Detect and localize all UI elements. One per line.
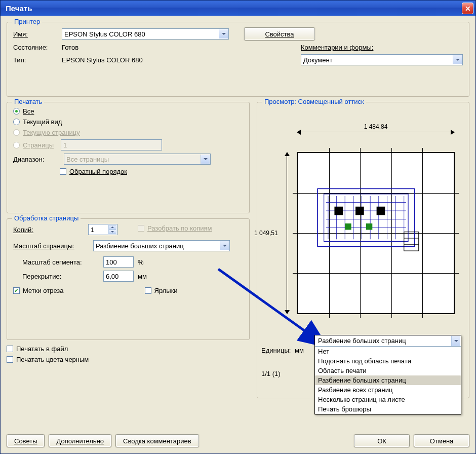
scale-label: Масштаб страницы: bbox=[13, 242, 89, 250]
units-row: Единицы: мм bbox=[261, 347, 304, 354]
popup-item-none[interactable]: Нет bbox=[315, 347, 461, 356]
popup-item-tile-all[interactable]: Разбиение всех страниц bbox=[315, 385, 461, 395]
collate-checkbox: Разобрать по копиям bbox=[138, 224, 212, 232]
chevron-down-icon bbox=[220, 241, 229, 250]
close-icon: ✕ bbox=[465, 5, 471, 13]
printer-name-value: EPSON Stylus COLOR 680 bbox=[64, 30, 145, 38]
svg-rect-19 bbox=[345, 223, 351, 230]
titlebar: Печать ✕ bbox=[1, 1, 475, 16]
window-title: Печать bbox=[6, 4, 32, 13]
preview-legend: Просмотр: Совмещенный оттиск bbox=[262, 98, 366, 105]
reverse-checkbox[interactable]: Обратный порядок bbox=[60, 168, 127, 175]
tile-scale-unit: % bbox=[138, 258, 144, 266]
status-value: Готов bbox=[62, 44, 78, 51]
tile-scale-input[interactable]: 100 bbox=[103, 256, 134, 268]
overlap-input[interactable]: 6,00 bbox=[103, 271, 134, 282]
client-area: Принтер Имя: EPSON Stylus COLOR 680 Свой… bbox=[1, 16, 475, 453]
type-value: EPSON Stylus COLOR 680 bbox=[62, 56, 143, 64]
pages-input: 1 bbox=[61, 139, 162, 150]
chevron-down-icon bbox=[451, 336, 460, 346]
printer-group: Принтер Имя: EPSON Stylus COLOR 680 Свой… bbox=[7, 22, 469, 97]
radio-all[interactable]: Все bbox=[13, 107, 243, 115]
svg-rect-0 bbox=[318, 188, 414, 246]
checkbox-icon bbox=[145, 287, 151, 294]
status-label: Состояние: bbox=[13, 44, 58, 51]
print-to-file-checkbox[interactable]: Печатать в файл bbox=[7, 345, 250, 353]
dimension-height: 1 049,51 bbox=[287, 152, 287, 314]
units-value: мм bbox=[295, 347, 304, 354]
checkbox-icon bbox=[138, 225, 144, 232]
tips-button[interactable]: Советы bbox=[7, 434, 45, 447]
radio-current-view[interactable]: Текущий вид bbox=[13, 118, 243, 126]
printer-name-label: Имя: bbox=[13, 30, 58, 38]
dimension-height-value: 1 049,51 bbox=[254, 230, 278, 237]
copies-label: Копий: bbox=[13, 226, 84, 234]
comments-summary-button[interactable]: Сводка комментариев bbox=[115, 434, 199, 447]
dimension-width: 1 484,84 bbox=[297, 132, 455, 142]
radio-icon bbox=[13, 142, 20, 148]
cut-marks-checkbox[interactable]: Метки отреза bbox=[13, 287, 64, 294]
dimension-width-value: 1 484,84 bbox=[362, 123, 390, 130]
svg-rect-18 bbox=[377, 207, 385, 215]
radio-icon bbox=[13, 129, 20, 136]
checkbox-icon bbox=[60, 168, 66, 175]
checkbox-icon bbox=[7, 346, 13, 352]
range-group: Печатать Все Текущий вид Текущую страниц… bbox=[7, 102, 250, 213]
checkbox-icon bbox=[13, 287, 20, 294]
bottom-bar: Советы Дополнительно Сводка комментариев… bbox=[7, 434, 469, 447]
properties-button[interactable]: Свойства bbox=[244, 27, 315, 41]
labels-checkbox[interactable]: Ярлыки bbox=[145, 287, 178, 294]
copies-input[interactable]: 1 bbox=[88, 224, 117, 235]
overlap-unit: мм bbox=[138, 273, 147, 280]
svg-rect-17 bbox=[355, 207, 364, 215]
advanced-button[interactable]: Дополнительно bbox=[49, 434, 111, 447]
comments-value: Документ bbox=[303, 56, 333, 64]
overlap-label: Перекрытие: bbox=[22, 273, 99, 280]
plan-drawing bbox=[315, 183, 421, 268]
chevron-down-icon bbox=[219, 29, 228, 39]
popup-item-tile-large[interactable]: Разбиение больших страниц bbox=[315, 375, 461, 385]
subrange-select: Все страницы bbox=[64, 154, 211, 165]
svg-rect-20 bbox=[366, 223, 372, 230]
spinner-buttons[interactable] bbox=[108, 225, 116, 234]
radio-icon bbox=[13, 108, 20, 115]
printer-name-select[interactable]: EPSON Stylus COLOR 680 bbox=[62, 28, 229, 40]
ok-button[interactable]: ОК bbox=[354, 434, 410, 447]
handling-legend: Обработка страницы bbox=[12, 214, 81, 222]
chevron-down-icon bbox=[453, 55, 462, 64]
popup-item-area[interactable]: Область печати bbox=[315, 366, 461, 375]
comments-select[interactable]: Документ bbox=[301, 54, 463, 65]
page-counter: 1/1 (1) bbox=[261, 370, 281, 377]
range-legend: Печатать bbox=[12, 98, 44, 105]
close-button[interactable]: ✕ bbox=[462, 3, 473, 14]
handling-group: Обработка страницы Копий: 1 bbox=[7, 218, 250, 340]
cancel-button[interactable]: Отмена bbox=[414, 434, 469, 447]
scale-popup-header[interactable]: Разбиение больших страниц bbox=[315, 335, 461, 347]
svg-rect-16 bbox=[334, 207, 343, 215]
print-dialog: Печать ✕ Принтер Имя: EPSON Stylus COLOR… bbox=[0, 0, 476, 454]
popup-item-fit[interactable]: Подогнать под область печати bbox=[315, 356, 461, 366]
radio-current-page: Текущую страницу bbox=[13, 129, 243, 136]
comments-label: Комментарии и формы: bbox=[301, 44, 463, 51]
radio-pages: Страницы bbox=[13, 141, 54, 149]
scale-select[interactable]: Разбиение больших страниц bbox=[93, 240, 230, 251]
radio-icon bbox=[13, 119, 20, 125]
preview-canvas: 1 484,84 1 049,51 bbox=[261, 122, 465, 345]
print-black-checkbox[interactable]: Печатать цвета черным bbox=[7, 356, 250, 363]
tile-scale-label: Масштаб сегмента: bbox=[22, 258, 99, 266]
preview-sheet bbox=[297, 152, 455, 314]
checkbox-icon bbox=[7, 356, 13, 363]
chevron-down-icon bbox=[201, 155, 210, 164]
subrange-label: Диапазон: bbox=[13, 156, 60, 163]
type-label: Тип: bbox=[13, 56, 58, 64]
popup-item-booklet[interactable]: Печать брошюры bbox=[315, 404, 461, 414]
printer-legend: Принтер bbox=[12, 18, 42, 25]
popup-item-multi[interactable]: Несколько страниц на листе bbox=[315, 395, 461, 404]
scale-popup[interactable]: Разбиение больших страниц Нет Подогнать … bbox=[314, 335, 461, 414]
